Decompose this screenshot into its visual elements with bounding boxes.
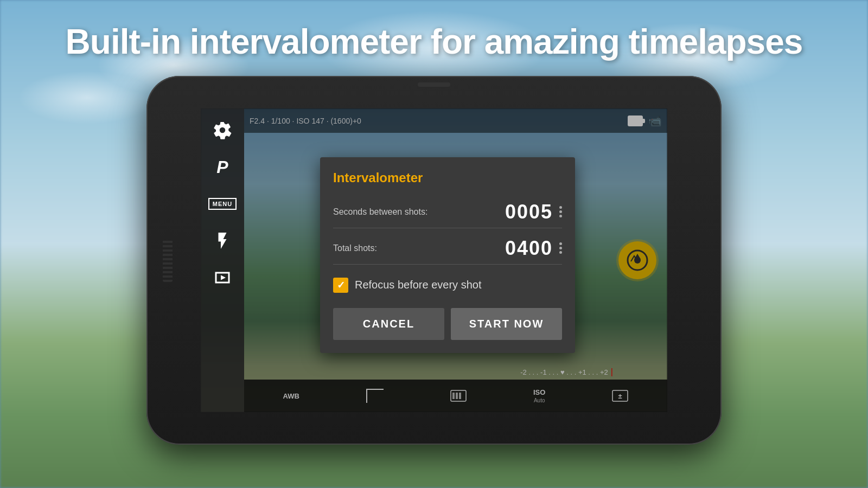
menu-button-label: MENU	[208, 198, 237, 210]
total-menu-dots[interactable]	[559, 242, 562, 254]
total-shots-value: 0400	[505, 237, 553, 260]
sidebar: P MENU	[201, 108, 244, 412]
refocus-checkbox[interactable]: ✓	[333, 278, 348, 293]
phone-top-bar	[418, 82, 450, 87]
speaker-grille	[163, 239, 173, 282]
dialog-title: Intervalometer	[333, 170, 562, 185]
dialog-buttons: CANCEL START NOW	[333, 308, 562, 340]
dialog-overlay: Intervalometer Seconds between shots: 00…	[244, 108, 667, 412]
seconds-row: Seconds between shots: 0005	[333, 196, 562, 228]
seconds-value: 0005	[505, 201, 553, 223]
cancel-button[interactable]: CANCEL	[333, 308, 444, 340]
checkmark-icon: ✓	[337, 279, 345, 291]
seconds-label: Seconds between shots:	[333, 207, 427, 217]
sidebar-item-menu[interactable]: MENU	[209, 190, 236, 217]
seconds-menu-dots[interactable]	[559, 206, 562, 217]
sidebar-item-settings[interactable]	[209, 117, 236, 144]
sidebar-item-program[interactable]: P	[209, 153, 236, 181]
phone-frame: P MENU F2.4 · 1/100 · ISO 147 · (160	[146, 76, 722, 445]
program-mode-label: P	[216, 157, 228, 177]
total-shots-row: Total shots: 0400	[333, 233, 562, 265]
total-value-group: 0400	[505, 237, 562, 260]
phone-screen: P MENU F2.4 · 1/100 · ISO 147 · (160	[201, 108, 667, 412]
intervalometer-dialog: Intervalometer Seconds between shots: 00…	[320, 157, 575, 353]
page-title: Built-in intervalometer for amazing time…	[0, 22, 868, 62]
sidebar-item-playback[interactable]	[209, 264, 236, 291]
seconds-value-group: 0005	[505, 201, 562, 223]
main-content: F2.4 · 1/100 · ISO 147 · (1600)+0 📹 Inte…	[244, 108, 667, 412]
sidebar-item-flash[interactable]	[209, 227, 236, 254]
total-shots-label: Total shots:	[333, 243, 377, 253]
refocus-row: ✓ Refocus before every shot	[333, 269, 562, 301]
refocus-label: Refocus before every shot	[355, 279, 481, 291]
start-now-button[interactable]: START NOW	[451, 308, 562, 340]
